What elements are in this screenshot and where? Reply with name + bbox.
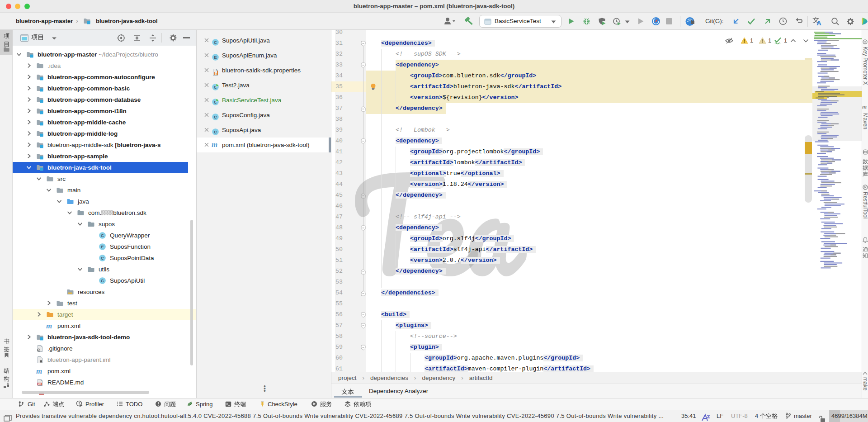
svg-text:C: C	[214, 129, 217, 134]
svg-text:E: E	[101, 244, 104, 249]
svg-text:C: C	[101, 233, 104, 238]
svg-text:C: C	[101, 278, 104, 283]
svg-text:MD: MD	[38, 383, 42, 385]
svg-text:C: C	[101, 256, 104, 261]
svg-text:C: C	[214, 40, 217, 45]
svg-text:C: C	[214, 114, 217, 119]
svg-text:E: E	[214, 55, 217, 60]
